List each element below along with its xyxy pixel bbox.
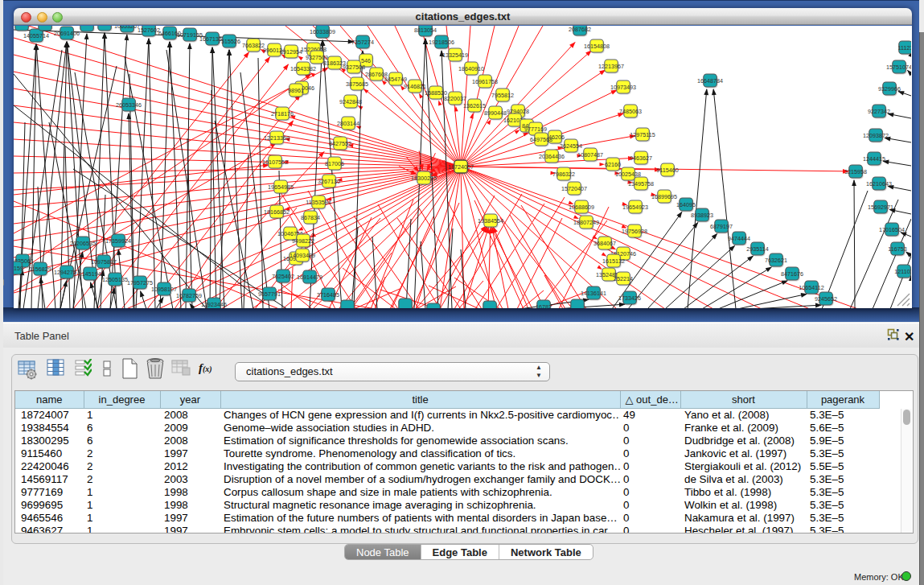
- svg-text:8813054: 8813054: [414, 27, 437, 34]
- svg-text:3624554: 3624554: [560, 142, 582, 150]
- svg-text:16543382: 16543382: [290, 65, 316, 72]
- svg-text:16782: 16782: [536, 303, 552, 308]
- svg-text:2718176: 2718176: [271, 110, 294, 117]
- svg-text:16899695: 16899695: [651, 193, 677, 200]
- svg-text:10025438: 10025438: [615, 171, 641, 178]
- svg-text:12505135: 12505135: [102, 276, 128, 283]
- svg-text:9115460: 9115460: [656, 167, 678, 174]
- svg-text:16107552: 16107552: [262, 159, 288, 166]
- svg-text:3684067: 3684067: [593, 240, 616, 247]
- svg-text:2935114: 2935114: [746, 245, 768, 253]
- svg-text:18640910: 18640910: [458, 65, 484, 72]
- svg-text:39159: 39159: [14, 265, 23, 272]
- svg-text:9498222: 9498222: [292, 237, 314, 245]
- svg-text:1362615: 1362615: [463, 102, 486, 109]
- svg-text:252214: 252214: [614, 275, 633, 282]
- svg-text:8912954: 8912954: [280, 48, 302, 56]
- svg-text:14136141: 14136141: [581, 290, 606, 297]
- svg-text:15692971: 15692971: [868, 204, 893, 211]
- svg-text:14055714: 14055714: [23, 32, 49, 39]
- svg-text:10688609: 10688609: [569, 204, 594, 211]
- svg-text:7632621: 7632621: [765, 257, 787, 264]
- svg-text:18807249: 18807249: [573, 219, 599, 226]
- svg-text:7515526: 7515526: [218, 38, 240, 45]
- svg-text:6879197: 6879197: [710, 223, 733, 230]
- svg-text:8427552: 8427552: [329, 140, 351, 147]
- svg-text:9146821: 9146821: [404, 83, 426, 90]
- svg-text:116753: 116753: [888, 245, 906, 253]
- svg-text:16033809: 16033809: [310, 28, 335, 35]
- svg-text:3215958: 3215958: [844, 168, 867, 175]
- svg-text:9327508: 9327508: [343, 64, 365, 71]
- svg-text:9657791: 9657791: [258, 290, 281, 298]
- svg-text:9463627: 9463627: [630, 154, 652, 162]
- svg-text:17957275: 17957275: [127, 279, 153, 286]
- svg-text:9245652: 9245652: [815, 295, 837, 303]
- svg-text:16154808: 16154808: [584, 43, 610, 50]
- svg-text:1156829: 1156829: [29, 266, 51, 273]
- svg-text:20206535: 20206535: [70, 240, 96, 247]
- svg-text:867834: 867834: [301, 214, 320, 221]
- svg-text:15751074: 15751074: [886, 64, 911, 71]
- svg-text:20364436: 20364436: [539, 153, 565, 160]
- svg-text:8938923: 8938923: [691, 212, 713, 219]
- svg-text:11353594: 11353594: [306, 199, 331, 206]
- svg-text:62160: 62160: [605, 161, 621, 168]
- svg-text:16961758: 16961758: [472, 78, 498, 85]
- svg-text:1733426: 1733426: [618, 295, 641, 302]
- svg-text:12213967: 12213967: [598, 63, 624, 70]
- svg-text:12093872: 12093872: [863, 132, 889, 139]
- svg-text:19166852: 19166852: [264, 208, 290, 216]
- svg-text:20691406: 20691406: [54, 30, 80, 37]
- svg-text:1615132: 1615132: [602, 257, 625, 265]
- svg-text:15720407: 15720407: [561, 185, 587, 192]
- svg-text:98961: 98961: [288, 87, 304, 94]
- svg-text:8220037: 8220037: [444, 95, 466, 102]
- svg-text:12942757: 12942757: [54, 269, 80, 276]
- svg-text:16648784: 16648784: [697, 77, 723, 84]
- svg-text:9474444: 9474444: [728, 235, 750, 242]
- svg-text:12975115: 12975115: [630, 131, 655, 138]
- svg-text:2087682: 2087682: [569, 26, 591, 33]
- svg-text:11123: 11123: [898, 44, 911, 51]
- svg-text:7986322: 7986322: [552, 171, 575, 178]
- svg-text:14093489: 14093489: [290, 252, 315, 259]
- svg-text:2803144: 2803144: [337, 120, 359, 127]
- svg-text:7955812: 7955812: [491, 92, 514, 99]
- svg-text:17016504: 17016504: [879, 226, 905, 233]
- svg-text:10958107: 10958107: [151, 286, 177, 293]
- svg-text:16210643: 16210643: [866, 180, 892, 187]
- svg-text:121103: 121103: [894, 268, 911, 275]
- svg-text:1244415: 1244415: [863, 155, 885, 163]
- svg-text:9227342: 9227342: [868, 108, 890, 115]
- svg-text:164095: 164095: [676, 201, 696, 208]
- svg-text:6497568: 6497568: [530, 136, 552, 143]
- svg-text:9777169: 9777169: [524, 126, 547, 133]
- svg-text:7663822: 7663822: [242, 42, 265, 49]
- svg-text:19218506: 19218506: [429, 39, 454, 46]
- svg-text:19654923: 19654923: [622, 204, 648, 211]
- svg-text:19654985: 19654985: [268, 183, 294, 191]
- svg-text:3875685: 3875685: [346, 80, 368, 88]
- svg-text:13325419: 13325419: [442, 51, 468, 59]
- svg-text:16914479: 16914479: [297, 274, 322, 281]
- svg-text:8471676: 8471676: [781, 270, 803, 278]
- svg-text:3267130: 3267130: [318, 178, 340, 185]
- svg-text:10653267: 10653267: [114, 26, 140, 30]
- svg-text:1145194: 1145194: [79, 270, 101, 278]
- svg-text:7625402: 7625402: [272, 273, 294, 280]
- svg-text:10975887: 10975887: [91, 258, 117, 266]
- svg-text:13495758: 13495758: [628, 180, 654, 187]
- svg-text:18300295: 18300295: [411, 175, 437, 182]
- svg-text:12923446: 12923446: [201, 301, 227, 308]
- svg-text:8990448: 8990448: [484, 109, 507, 117]
- svg-text:7485063: 7485063: [619, 108, 642, 115]
- svg-text:7357274: 7357274: [351, 39, 374, 46]
- svg-text:1527602: 1527602: [138, 27, 160, 34]
- svg-text:26053346: 26053346: [116, 101, 142, 109]
- svg-text:9329966: 9329966: [878, 85, 901, 93]
- svg-text:18724007: 18724007: [448, 163, 474, 171]
- svg-text:10654112: 10654112: [799, 284, 823, 291]
- svg-text:12213369: 12213369: [264, 134, 290, 142]
- svg-text:9242848: 9242848: [339, 98, 362, 105]
